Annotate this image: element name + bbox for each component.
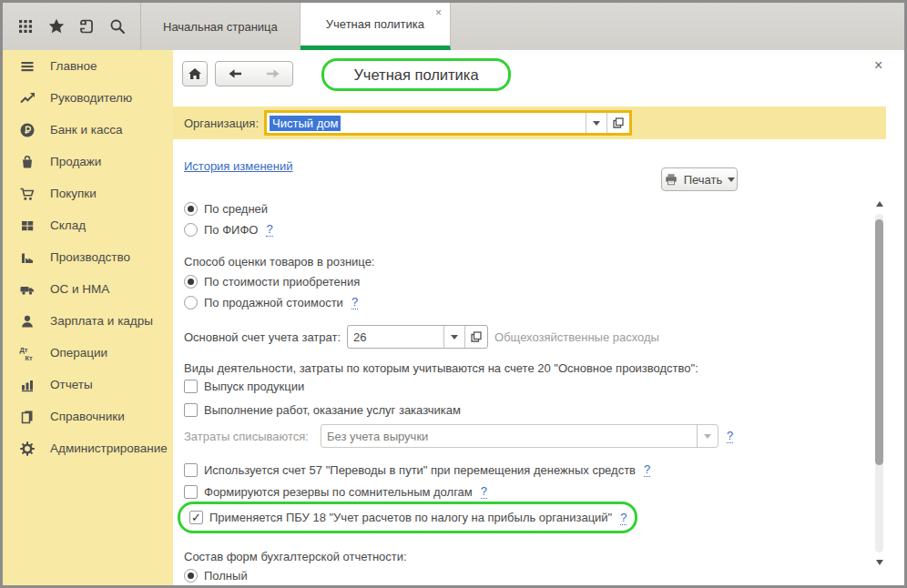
- tools-panel: [3, 3, 141, 50]
- top-bar: Начальная страница Учетная политика ×: [3, 3, 904, 50]
- ruble-coin-icon: [18, 122, 36, 138]
- checkbox-pbu18[interactable]: [189, 511, 203, 524]
- chevron-down-icon: [451, 335, 458, 340]
- sidebar-label: Справочники: [50, 410, 125, 423]
- sidebar-item-bank-cash[interactable]: Банк и касса: [3, 114, 173, 146]
- checkbox-account-57[interactable]: [184, 463, 198, 477]
- history-scroll-icon[interactable]: [76, 16, 97, 36]
- help-link[interactable]: ?: [620, 511, 627, 525]
- organization-input[interactable]: Чистый дом: [267, 113, 586, 133]
- print-label: Печать: [684, 173, 723, 187]
- sidebar-item-purchases[interactable]: Покупки: [3, 177, 173, 209]
- menu-lines-icon: [18, 58, 36, 75]
- help-link[interactable]: ?: [266, 222, 272, 237]
- radio-average[interactable]: [184, 202, 198, 216]
- sidebar-label: Зарплата и кадры: [50, 314, 153, 328]
- radio-label: По продажной стоимости: [204, 296, 343, 309]
- checkbox-doubtful-reserves[interactable]: [184, 485, 198, 499]
- sidebar-item-administration[interactable]: Администрирование: [3, 432, 173, 464]
- radio-sale-price[interactable]: [184, 296, 198, 309]
- sidebar-item-salary-hr[interactable]: Зарплата и кадры: [3, 305, 173, 337]
- open-link-icon: [611, 116, 626, 130]
- retail-sale-row: По продажной стоимости ?: [184, 292, 358, 312]
- favorites-star-icon[interactable]: [46, 16, 66, 36]
- print-button[interactable]: Печать: [661, 167, 738, 191]
- tab-home-page[interactable]: Начальная страница: [141, 3, 301, 50]
- organization-dropdown-button[interactable]: [586, 113, 606, 133]
- selected-text: Чистый дом: [270, 116, 341, 131]
- title-highlight: Учетная политика: [321, 58, 511, 91]
- sidebar-item-warehouse[interactable]: Склад: [3, 209, 173, 241]
- reporting-label-row: Состав форм бухгалтерской отчетности:: [184, 546, 407, 566]
- writeoff-dropdown-button[interactable]: [697, 425, 718, 447]
- sidebar-item-sales[interactable]: Продажи: [3, 146, 173, 177]
- radio-acquisition-cost[interactable]: [184, 275, 198, 289]
- sidebar-item-reports[interactable]: Отчеты: [3, 369, 173, 400]
- search-icon[interactable]: [107, 16, 127, 36]
- scrollbar-thumb[interactable]: [875, 219, 883, 465]
- back-button[interactable]: [216, 65, 254, 83]
- checkbox-works-services[interactable]: [184, 403, 198, 417]
- sidebar-label: Операции: [50, 346, 107, 360]
- history-link-row: История изменений: [184, 156, 293, 176]
- help-link[interactable]: ?: [727, 429, 733, 443]
- forward-button[interactable]: [255, 65, 293, 83]
- radio-full-reporting[interactable]: [184, 569, 198, 583]
- close-form-icon[interactable]: ×: [874, 57, 882, 74]
- retail-section-label-row: Способ оценки товаров в рознице:: [184, 251, 374, 271]
- tab-label: Учетная политика: [326, 17, 424, 31]
- activities-label-row: Виды деятельности, затраты по которым уч…: [184, 358, 698, 378]
- sidebar-item-directories[interactable]: Справочники: [3, 400, 173, 432]
- menu-grid-icon[interactable]: [15, 16, 36, 36]
- cost-account-open-button[interactable]: [464, 326, 487, 348]
- sidebar-item-manager[interactable]: Руководителю: [3, 82, 173, 114]
- writeoff-field[interactable]: Без учета выручки: [321, 424, 718, 448]
- home-button[interactable]: [182, 61, 208, 86]
- radio-fifo[interactable]: [184, 223, 198, 237]
- scrollbar-up-arrow[interactable]: [876, 201, 883, 207]
- home-icon: [187, 66, 203, 82]
- sidebar-item-operations[interactable]: ДтКт Операции: [3, 337, 173, 369]
- cost-account-field[interactable]: 26: [347, 325, 488, 349]
- cost-account-row: Основной счет учета затрат: 26 Общехозяй…: [184, 325, 659, 349]
- help-link[interactable]: ?: [352, 295, 358, 309]
- help-link[interactable]: ?: [644, 462, 650, 477]
- boxes-grid-icon: [18, 218, 36, 234]
- help-link[interactable]: ?: [481, 484, 487, 499]
- checkbox-label: Выпуск продукции: [204, 380, 304, 393]
- cost-account-dropdown-button[interactable]: [443, 326, 464, 348]
- checkbox-label: Формируются резервы по сомнительным долг…: [204, 485, 473, 499]
- organization-open-button[interactable]: [606, 113, 629, 133]
- section-label: Способ оценки товаров в рознице:: [184, 255, 374, 269]
- organization-bar: Организация: Чистый дом Печать: [173, 106, 886, 139]
- cart-icon: [18, 186, 36, 202]
- valuation-average-row: По средней: [184, 198, 268, 218]
- sidebar: Главное Руководителю Банк и касса Продаж…: [3, 50, 173, 585]
- sidebar-item-production[interactable]: Производство: [3, 241, 173, 273]
- history-nav-buttons: [215, 61, 293, 86]
- scrollbar-down-arrow[interactable]: [876, 560, 883, 565]
- organization-field[interactable]: Чистый дом: [264, 110, 632, 136]
- field-label: Основной счет учета затрат:: [184, 330, 341, 344]
- section-label: Виды деятельности, затраты по которым уч…: [184, 361, 698, 375]
- checkbox-product-output[interactable]: [184, 380, 198, 393]
- pbu18-highlight: Применяется ПБУ 18 "Учет расчетов по нал…: [178, 502, 637, 533]
- reporting-full-row: Полный: [184, 565, 248, 585]
- writeoff-value[interactable]: Без учета выручки: [321, 425, 697, 447]
- sidebar-item-main[interactable]: Главное: [3, 50, 173, 82]
- history-link[interactable]: История изменений: [184, 159, 293, 173]
- cost-account-value[interactable]: 26: [348, 326, 443, 348]
- sidebar-item-fixed-assets[interactable]: ОС и НМА: [3, 273, 173, 305]
- page-title: Учетная политика: [353, 66, 478, 84]
- chevron-down-icon: [728, 177, 735, 182]
- person-icon: [18, 313, 36, 329]
- sidebar-label: Покупки: [50, 187, 97, 200]
- sidebar-label: Руководителю: [50, 91, 132, 105]
- sidebar-label: Администрирование: [50, 441, 168, 455]
- truck-icon: [18, 281, 36, 298]
- shopping-bag-icon: [18, 154, 36, 170]
- tab-accounting-policy[interactable]: Учетная политика ×: [301, 3, 451, 50]
- scrollbar-track[interactable]: [875, 214, 883, 553]
- tab-close-icon[interactable]: ×: [435, 7, 442, 18]
- bar-chart-icon: [18, 377, 36, 393]
